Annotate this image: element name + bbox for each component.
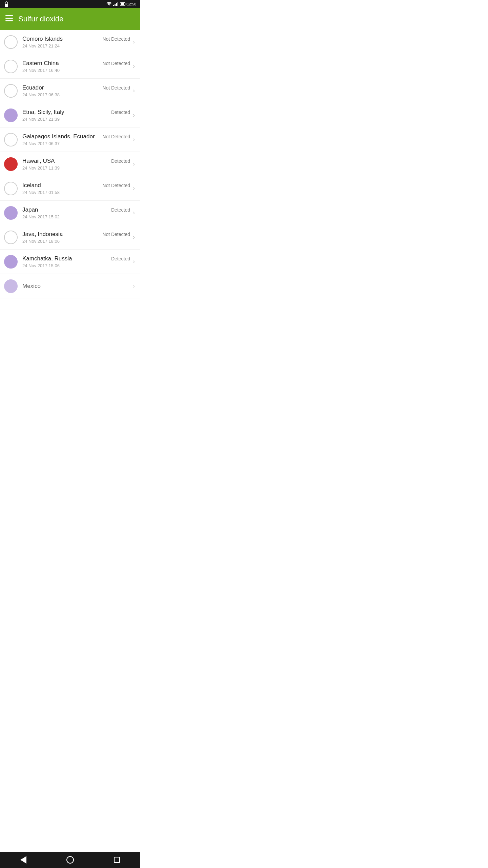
svg-rect-4 (117, 2, 118, 6)
detection-status: Not Detected (102, 232, 130, 237)
navigation-bar (0, 852, 140, 868)
detection-status: Detected (111, 110, 130, 115)
svg-rect-7 (5, 20, 13, 21)
status-bar-right: 12:58 (106, 2, 136, 6)
chevron-right-icon: › (133, 136, 135, 143)
detection-status: Not Detected (102, 134, 130, 139)
battery-icon (120, 2, 125, 6)
location-name: Ecuador (22, 84, 44, 91)
locations-list: Comoro Islands Not Detected 24 Nov 2017 … (0, 30, 140, 298)
location-name: Hawaii, USA (22, 158, 55, 164)
item-content: Eastern China Not Detected 24 Nov 2017 1… (22, 60, 130, 73)
item-content: Comoro Islands Not Detected 24 Nov 2017 … (22, 36, 130, 48)
chevron-right-icon: › (133, 63, 135, 70)
svg-rect-5 (5, 15, 13, 16)
status-bar: 12:58 (0, 0, 140, 8)
status-indicator (4, 255, 18, 269)
svg-rect-3 (116, 3, 117, 6)
item-date: 24 Nov 2017 15:02 (22, 214, 130, 219)
location-name: Etna, Sicily, Italy (22, 109, 64, 116)
status-indicator (4, 84, 18, 98)
signal-icon (113, 2, 119, 6)
item-content: Ecuador Not Detected 24 Nov 2017 06:38 (22, 84, 130, 97)
detection-status: Not Detected (102, 36, 130, 42)
list-item[interactable]: Java, Indonesia Not Detected 24 Nov 2017… (0, 225, 140, 250)
status-indicator (4, 60, 18, 73)
svg-rect-2 (115, 4, 116, 6)
location-name: Japan (22, 206, 38, 213)
list-item[interactable]: Iceland Not Detected 24 Nov 2017 01:58 › (0, 176, 140, 201)
hamburger-icon (5, 15, 13, 21)
list-item[interactable]: Eastern China Not Detected 24 Nov 2017 1… (0, 54, 140, 79)
item-content: Kamchatka, Russia Detected 24 Nov 2017 1… (22, 255, 130, 268)
back-button[interactable] (10, 852, 37, 868)
item-content: Hawaii, USA Detected 24 Nov 2017 11:39 (22, 158, 130, 171)
location-name: Comoro Islands (22, 36, 63, 42)
status-indicator (4, 133, 18, 146)
item-date: 24 Nov 2017 15:06 (22, 263, 130, 268)
location-name: Mexico (22, 283, 41, 290)
chevron-right-icon: › (133, 160, 135, 167)
chevron-right-icon: › (133, 185, 135, 192)
detection-status: Not Detected (102, 61, 130, 66)
item-date: 24 Nov 2017 06:37 (22, 141, 130, 146)
recents-icon (114, 857, 120, 863)
detection-status: Not Detected (102, 85, 130, 91)
list-item[interactable]: Comoro Islands Not Detected 24 Nov 2017 … (0, 30, 140, 54)
list-item[interactable]: Galapagos Islands, Ecuador Not Detected … (0, 127, 140, 152)
location-name: Kamchatka, Russia (22, 255, 72, 262)
chevron-right-icon: › (133, 112, 135, 119)
item-content: Mexico (22, 283, 130, 290)
back-icon (20, 856, 26, 864)
status-bar-left (4, 1, 9, 7)
chevron-right-icon: › (133, 234, 135, 241)
chevron-right-icon: › (133, 87, 135, 94)
svg-rect-1 (113, 5, 114, 6)
page-title: Sulfur dioxide (18, 15, 63, 23)
status-indicator (4, 157, 18, 171)
chevron-right-icon: › (133, 209, 135, 216)
list-item[interactable]: Etna, Sicily, Italy Detected 24 Nov 2017… (0, 103, 140, 127)
location-name: Eastern China (22, 60, 59, 67)
item-content: Java, Indonesia Not Detected 24 Nov 2017… (22, 231, 130, 244)
status-indicator (4, 35, 18, 49)
list-item[interactable]: Hawaii, USA Detected 24 Nov 2017 11:39 › (0, 152, 140, 176)
item-date: 24 Nov 2017 11:39 (22, 165, 130, 171)
list-item[interactable]: Ecuador Not Detected 24 Nov 2017 06:38 › (0, 79, 140, 103)
item-date: 24 Nov 2017 18:06 (22, 239, 130, 244)
clock: 12:58 (127, 2, 136, 6)
list-item[interactable]: Kamchatka, Russia Detected 24 Nov 2017 1… (0, 250, 140, 274)
home-icon (66, 856, 74, 864)
status-indicator (4, 182, 18, 195)
item-date: 24 Nov 2017 01:58 (22, 190, 130, 195)
menu-button[interactable] (5, 15, 13, 23)
recents-button[interactable] (103, 852, 130, 868)
status-indicator (4, 231, 18, 244)
item-content: Galapagos Islands, Ecuador Not Detected … (22, 133, 130, 146)
chevron-right-icon: › (133, 282, 135, 290)
item-date: 24 Nov 2017 21:24 (22, 43, 130, 48)
status-indicator (4, 279, 18, 293)
item-content: Iceland Not Detected 24 Nov 2017 01:58 (22, 182, 130, 195)
item-content: Japan Detected 24 Nov 2017 15:02 (22, 206, 130, 219)
location-name: Galapagos Islands, Ecuador (22, 133, 95, 140)
status-indicator (4, 206, 18, 220)
item-date: 24 Nov 2017 16:40 (22, 68, 130, 73)
chevron-right-icon: › (133, 258, 135, 265)
svg-rect-6 (5, 18, 13, 19)
detection-status: Detected (111, 158, 130, 164)
item-content: Etna, Sicily, Italy Detected 24 Nov 2017… (22, 109, 130, 122)
detection-status: Detected (111, 207, 130, 213)
item-date: 24 Nov 2017 21:39 (22, 117, 130, 122)
location-name: Java, Indonesia (22, 231, 63, 238)
list-item[interactable]: Japan Detected 24 Nov 2017 15:02 › (0, 201, 140, 225)
list-item[interactable]: Mexico › (0, 274, 140, 298)
svg-rect-0 (5, 4, 8, 7)
item-date: 24 Nov 2017 06:38 (22, 92, 130, 97)
chevron-right-icon: › (133, 38, 135, 45)
detection-status: Detected (111, 256, 130, 261)
lock-icon (4, 1, 9, 7)
home-button[interactable] (57, 852, 84, 868)
location-name: Iceland (22, 182, 41, 189)
detection-status: Not Detected (102, 183, 130, 188)
